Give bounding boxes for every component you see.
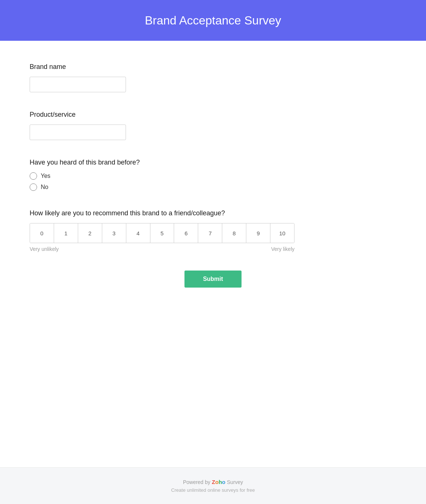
radio-no-input[interactable] (30, 183, 37, 191)
scale-cell-9[interactable]: 9 (246, 223, 270, 243)
heard-before-options: Yes No (30, 172, 396, 191)
question-brand-name: Brand name (30, 63, 396, 92)
zoho-h: h (219, 479, 222, 485)
radio-no[interactable]: No (30, 183, 396, 191)
product-service-label: Product/service (30, 111, 396, 119)
zoho-o1: o (215, 479, 219, 485)
footer-tagline: Create unlimited online surveys for free (171, 487, 255, 493)
survey-label: Survey (227, 479, 243, 485)
question-recommend: How likely are you to recommend this bra… (30, 209, 396, 252)
scale-low-label: Very unlikely (30, 246, 59, 252)
product-service-input[interactable] (30, 125, 126, 140)
submit-container: Submit (30, 271, 396, 288)
scale-labels: Very unlikely Very likely (30, 246, 294, 252)
scale-grid: 0 1 2 3 4 5 6 7 8 9 10 (30, 223, 294, 243)
scale-cell-0[interactable]: 0 (30, 223, 54, 243)
scale-cell-8[interactable]: 8 (222, 223, 246, 243)
radio-no-label: No (41, 184, 48, 190)
question-heard-before: Have you heard of this brand before? Yes… (30, 159, 396, 191)
scale-high-label: Very likely (271, 246, 294, 252)
page-header: Brand Acceptance Survey (0, 0, 426, 41)
zoho-logo: Zoho (212, 479, 226, 485)
radio-yes-input[interactable] (30, 172, 37, 180)
scale-cell-7[interactable]: 7 (198, 223, 222, 243)
scale-cell-5[interactable]: 5 (150, 223, 174, 243)
scale-cell-4[interactable]: 4 (126, 223, 150, 243)
brand-name-input[interactable] (30, 77, 126, 92)
page-title: Brand Acceptance Survey (145, 14, 281, 27)
heard-before-label: Have you heard of this brand before? (30, 159, 396, 166)
brand-name-label: Brand name (30, 63, 396, 71)
submit-button[interactable]: Submit (184, 271, 242, 288)
scale-cell-2[interactable]: 2 (78, 223, 102, 243)
scale-container: 0 1 2 3 4 5 6 7 8 9 10 Very unlikely Ver… (30, 223, 396, 252)
page-footer: Powered by Zoho Survey Create unlimited … (0, 467, 426, 504)
recommend-label: How likely are you to recommend this bra… (30, 209, 396, 217)
scale-cell-10[interactable]: 10 (270, 223, 294, 243)
radio-yes[interactable]: Yes (30, 172, 396, 180)
scale-cell-1[interactable]: 1 (54, 223, 78, 243)
powered-by-text: Powered by (183, 479, 210, 485)
radio-yes-label: Yes (41, 173, 50, 179)
footer-powered-by: Powered by Zoho Survey (183, 479, 243, 485)
zoho-z: Z (212, 479, 215, 485)
zoho-o2: o (222, 479, 225, 485)
scale-cell-6[interactable]: 6 (174, 223, 198, 243)
scale-cell-3[interactable]: 3 (102, 223, 126, 243)
form-container: Brand name Product/service Have you hear… (0, 41, 426, 467)
question-product-service: Product/service (30, 111, 396, 140)
